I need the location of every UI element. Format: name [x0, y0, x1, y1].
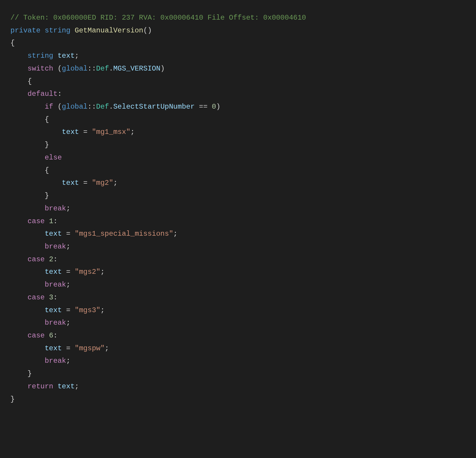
colon: :: [53, 217, 57, 225]
class-def: Def: [96, 103, 109, 111]
semicolon: ;: [105, 344, 109, 352]
op-assign: =: [66, 344, 70, 352]
string-mgs3: "mgs3": [75, 306, 100, 314]
coloncolon: ::: [87, 65, 96, 73]
keyword-return: return: [28, 382, 53, 390]
semicolon: ;: [75, 382, 79, 390]
keyword-global: global: [62, 65, 87, 73]
paren-close: ): [160, 65, 165, 73]
colon: :: [53, 332, 57, 340]
brace-open: {: [45, 166, 49, 174]
brace-open: {: [45, 115, 49, 124]
semicolon: ;: [66, 281, 70, 289]
colon: :: [53, 293, 57, 301]
op-assign: =: [83, 179, 87, 187]
var-text: text: [57, 382, 75, 390]
literal-6: 6: [49, 332, 53, 340]
code-editor[interactable]: // Token: 0x060000ED RID: 237 RVA: 0x000…: [0, 7, 476, 458]
keyword-case: case: [28, 217, 45, 225]
semicolon: ;: [66, 204, 70, 212]
op-assign: =: [66, 268, 70, 276]
brace-close: }: [45, 141, 49, 149]
var-text: text: [45, 344, 62, 352]
keyword-break: break: [45, 357, 66, 365]
op-assign: =: [66, 230, 70, 238]
paren-open: (: [143, 26, 148, 35]
keyword-case: case: [28, 293, 45, 301]
dot: .: [109, 65, 113, 73]
brace-open: {: [28, 77, 32, 85]
prop-select-startup: SelectStartUpNumber: [113, 103, 195, 111]
type-string: string: [28, 52, 53, 60]
op-assign: =: [66, 306, 70, 314]
colon: :: [53, 255, 57, 263]
keyword-case: case: [28, 255, 45, 263]
keyword-break: break: [45, 243, 66, 251]
string-mgspw: "mgspw": [75, 344, 105, 352]
string-mg2: "mg2": [92, 179, 113, 187]
var-text: text: [45, 230, 62, 238]
keyword-default: default: [28, 90, 58, 98]
paren-close: ): [148, 26, 152, 35]
coloncolon: ::: [87, 103, 96, 111]
keyword-case: case: [28, 332, 45, 340]
brace-close: }: [28, 370, 32, 378]
prop-mgs-version: MGS_VERSION: [113, 65, 160, 73]
var-text: text: [45, 306, 62, 314]
paren-close: ): [216, 103, 220, 111]
keyword-private: private: [10, 26, 40, 35]
string-mgs2: "mgs2": [75, 268, 100, 276]
keyword-break: break: [45, 204, 66, 212]
semicolon: ;: [66, 357, 70, 365]
keyword-else: else: [45, 154, 62, 162]
colon: :: [57, 90, 62, 98]
semicolon: ;: [100, 268, 104, 276]
semicolon: ;: [66, 319, 70, 327]
method-name: GetManualVersion: [75, 26, 143, 35]
paren-open: (: [57, 103, 62, 111]
brace-open: {: [10, 39, 15, 47]
paren-open: (: [57, 65, 62, 73]
semicolon: ;: [113, 179, 118, 187]
dot: .: [109, 103, 113, 111]
literal-2: 2: [49, 255, 53, 263]
string-mg1-msx: "mg1_msx": [92, 128, 131, 136]
semicolon: ;: [100, 306, 104, 314]
keyword-string-type: string: [45, 26, 70, 35]
semicolon: ;: [75, 52, 79, 60]
var-text: text: [57, 52, 75, 60]
var-text: text: [45, 268, 62, 276]
keyword-switch: switch: [28, 65, 53, 73]
semicolon: ;: [173, 230, 177, 238]
var-text: text: [62, 179, 79, 187]
keyword-if: if: [45, 103, 53, 111]
op-equals: ==: [199, 103, 208, 111]
class-def: Def: [96, 65, 109, 73]
string-special-missions: "mgs1_special_missions": [75, 230, 173, 238]
literal-1: 1: [49, 217, 53, 225]
brace-close: }: [45, 192, 49, 200]
semicolon: ;: [66, 243, 70, 251]
literal-zero: 0: [212, 103, 216, 111]
semicolon: ;: [130, 128, 134, 136]
keyword-break: break: [45, 281, 66, 289]
keyword-global: global: [62, 103, 87, 111]
code-comment: // Token: 0x060000ED RID: 237 RVA: 0x000…: [10, 14, 306, 22]
var-text: text: [62, 128, 79, 136]
op-assign: =: [83, 128, 87, 136]
keyword-break: break: [45, 319, 66, 327]
brace-close: }: [10, 395, 15, 403]
literal-3: 3: [49, 293, 53, 301]
